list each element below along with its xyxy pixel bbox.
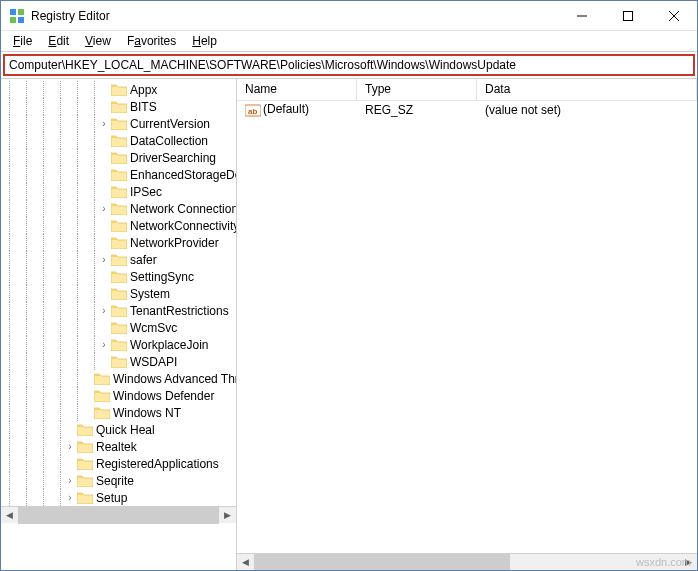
folder-icon [111, 338, 127, 351]
chevron-right-icon[interactable]: › [97, 203, 111, 214]
values-list[interactable]: (Default)REG_SZ(value not set) [237, 101, 697, 553]
chevron-right-icon[interactable]: › [63, 475, 77, 486]
svg-rect-1 [18, 9, 24, 15]
tree-pane[interactable]: ›Appx›BITS›CurrentVersion›DataCollection… [1, 79, 237, 570]
address-input[interactable] [3, 54, 695, 76]
folder-icon [111, 151, 127, 164]
values-hscrollbar[interactable]: ◀ ▶ [237, 553, 697, 570]
tree-item-label: NetworkProvider [130, 236, 219, 250]
folder-icon [77, 474, 93, 487]
close-button[interactable] [651, 1, 697, 30]
folder-icon [111, 219, 127, 232]
menu-edit[interactable]: Edit [40, 32, 77, 50]
registry-tree: ›Appx›BITS›CurrentVersion›DataCollection… [1, 79, 236, 506]
tree-item-label: Windows Defender [113, 389, 214, 403]
folder-icon [111, 168, 127, 181]
tree-item[interactable]: ›WorkplaceJoin [1, 336, 236, 353]
tree-item[interactable]: ›Windows Defender [1, 387, 236, 404]
values-pane: Name Type Data (Default)REG_SZ(value not… [237, 79, 697, 570]
folder-icon [111, 236, 127, 249]
chevron-right-icon[interactable]: › [97, 305, 111, 316]
tree-item[interactable]: ›Seqrite [1, 472, 236, 489]
tree-item[interactable]: ›CurrentVersion [1, 115, 236, 132]
tree-item[interactable]: ›TenantRestrictions [1, 302, 236, 319]
folder-icon [94, 406, 110, 419]
scroll-left-icon[interactable]: ◀ [237, 554, 254, 571]
tree-item[interactable]: ›Network Connections [1, 200, 236, 217]
folder-icon [111, 117, 127, 130]
menu-favorites[interactable]: Favorites [119, 32, 184, 50]
column-name[interactable]: Name [237, 79, 357, 100]
tree-item[interactable]: ›Windows Advanced Threat Protection [1, 370, 236, 387]
addressbar-container [1, 51, 697, 79]
chevron-right-icon[interactable]: › [97, 118, 111, 129]
folder-icon [111, 270, 127, 283]
tree-item-label: Windows NT [113, 406, 181, 420]
tree-item-label: Network Connections [130, 202, 237, 216]
tree-item-label: EnhancedStorageDevices [130, 168, 237, 182]
tree-item[interactable]: ›System [1, 285, 236, 302]
tree-item[interactable]: ›WSDAPI [1, 353, 236, 370]
scroll-right-icon[interactable]: ▶ [219, 507, 236, 524]
tree-item[interactable]: ›Quick Heal [1, 421, 236, 438]
maximize-button[interactable] [605, 1, 651, 30]
tree-item[interactable]: ›Setup [1, 489, 236, 506]
tree-item[interactable]: ›EnhancedStorageDevices [1, 166, 236, 183]
folder-icon [94, 389, 110, 402]
tree-item-label: Setup [96, 491, 127, 505]
values-header: Name Type Data [237, 79, 697, 101]
menu-help[interactable]: Help [184, 32, 225, 50]
folder-icon [77, 457, 93, 470]
scroll-thumb[interactable] [18, 507, 219, 524]
tree-item-label: WcmSvc [130, 321, 177, 335]
value-type-cell: REG_SZ [357, 103, 477, 117]
tree-hscrollbar[interactable]: ◀ ▶ [1, 506, 236, 523]
tree-item[interactable]: ›NetworkProvider [1, 234, 236, 251]
chevron-right-icon[interactable]: › [97, 254, 111, 265]
folder-icon [111, 304, 127, 317]
chevron-right-icon[interactable]: › [97, 339, 111, 350]
tree-item[interactable]: ›DriverSearching [1, 149, 236, 166]
tree-item[interactable]: ›IPSec [1, 183, 236, 200]
tree-item[interactable]: ›WcmSvc [1, 319, 236, 336]
chevron-right-icon[interactable]: › [63, 441, 77, 452]
column-type[interactable]: Type [357, 79, 477, 100]
app-icon [9, 8, 25, 24]
folder-icon [77, 423, 93, 436]
minimize-button[interactable] [559, 1, 605, 30]
tree-item[interactable]: ›Realtek [1, 438, 236, 455]
tree-item[interactable]: ›safer [1, 251, 236, 268]
tree-item[interactable]: ›NetworkConnectivityStatusIndicator [1, 217, 236, 234]
tree-item[interactable]: ›BITS [1, 98, 236, 115]
tree-item[interactable]: ›Windows NT [1, 404, 236, 421]
tree-item[interactable]: ›SettingSync [1, 268, 236, 285]
chevron-right-icon[interactable]: › [63, 492, 77, 503]
tree-item[interactable]: ›DataCollection [1, 132, 236, 149]
scroll-left-icon[interactable]: ◀ [1, 507, 18, 524]
tree-item-label: NetworkConnectivityStatusIndicator [130, 219, 237, 233]
folder-icon [111, 253, 127, 266]
menu-file[interactable]: File [5, 32, 40, 50]
tree-item-label: Realtek [96, 440, 137, 454]
folder-icon [77, 491, 93, 504]
tree-item-label: DriverSearching [130, 151, 216, 165]
string-value-icon [245, 104, 261, 117]
tree-item-label: SettingSync [130, 270, 194, 284]
tree-item-label: Seqrite [96, 474, 134, 488]
tree-item-label: Appx [130, 83, 157, 97]
window-controls [559, 1, 697, 30]
column-data[interactable]: Data [477, 79, 697, 100]
tree-item-label: CurrentVersion [130, 117, 210, 131]
value-row[interactable]: (Default)REG_SZ(value not set) [237, 101, 697, 118]
registry-editor-window: Registry Editor File Edit View Favorites… [0, 0, 698, 571]
tree-item[interactable]: ›Appx [1, 81, 236, 98]
scroll-thumb[interactable] [254, 554, 510, 571]
folder-icon [111, 287, 127, 300]
menu-view[interactable]: View [77, 32, 119, 50]
folder-icon [77, 440, 93, 453]
tree-item[interactable]: ›RegisteredApplications [1, 455, 236, 472]
tree-item-label: RegisteredApplications [96, 457, 219, 471]
scroll-right-icon[interactable]: ▶ [680, 554, 697, 571]
value-data-cell: (value not set) [477, 103, 697, 117]
titlebar: Registry Editor [1, 1, 697, 31]
